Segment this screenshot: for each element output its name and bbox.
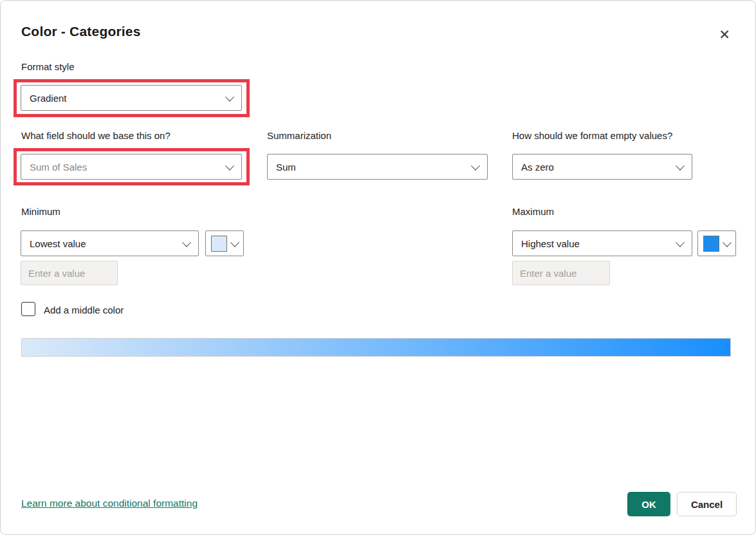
dialog-title: Color - Categories	[21, 24, 141, 39]
base-field-dropdown[interactable]: Sum of Sales	[21, 154, 242, 180]
conditional-formatting-dialog: Color - Categories ✕ Format style Gradie…	[0, 0, 756, 535]
chevron-down-icon	[230, 238, 239, 247]
minimum-label: Minimum	[21, 206, 60, 217]
maximum-value-input[interactable]	[512, 261, 610, 285]
base-field-value: Sum of Sales	[30, 162, 87, 173]
summarization-label: Summarization	[267, 130, 331, 141]
maximum-color-picker[interactable]	[697, 230, 736, 256]
ok-button[interactable]: OK	[627, 492, 670, 516]
chevron-down-icon	[471, 162, 480, 171]
chevron-down-icon	[182, 238, 191, 247]
maximum-value: Highest value	[521, 238, 580, 249]
summarization-value: Sum	[276, 162, 296, 173]
add-middle-color-label: Add a middle color	[44, 305, 124, 315]
close-icon[interactable]: ✕	[714, 24, 735, 46]
chevron-down-icon	[225, 162, 234, 171]
minimum-color-swatch	[211, 236, 227, 252]
minimum-value-input[interactable]	[21, 261, 118, 285]
maximum-label: Maximum	[512, 206, 554, 217]
add-middle-color-checkbox[interactable]	[21, 302, 35, 316]
format-style-value: Gradient	[30, 93, 67, 104]
learn-more-link[interactable]: Learn more about conditional formatting	[21, 498, 198, 509]
maximum-color-swatch	[703, 236, 719, 252]
empty-values-value: As zero	[521, 162, 554, 173]
base-field-label: What field should we base this on?	[21, 130, 171, 141]
empty-values-dropdown[interactable]: As zero	[512, 154, 692, 180]
cancel-button[interactable]: Cancel	[677, 492, 737, 516]
chevron-down-icon	[676, 162, 685, 171]
summarization-dropdown[interactable]: Sum	[267, 154, 488, 180]
minimum-value: Lowest value	[30, 238, 86, 249]
chevron-down-icon	[723, 238, 732, 247]
chevron-down-icon	[225, 93, 234, 102]
gradient-preview-bar	[21, 338, 731, 357]
empty-values-label: How should we format empty values?	[512, 130, 672, 141]
minimum-dropdown[interactable]: Lowest value	[21, 230, 199, 256]
format-style-dropdown[interactable]: Gradient	[21, 85, 242, 111]
format-style-label: Format style	[21, 61, 75, 72]
chevron-down-icon	[676, 238, 685, 247]
maximum-dropdown[interactable]: Highest value	[512, 230, 692, 256]
minimum-color-picker[interactable]	[205, 230, 244, 256]
